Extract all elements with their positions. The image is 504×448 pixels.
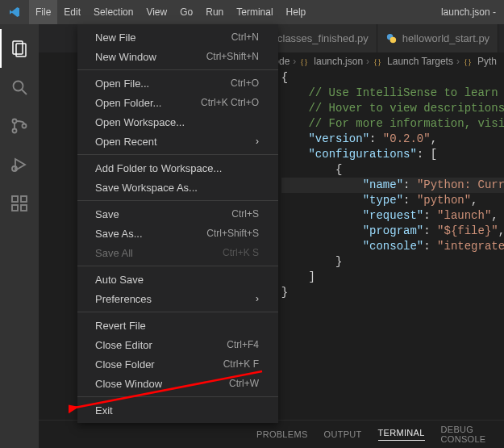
svg-rect-10 xyxy=(12,205,18,211)
menu-item-close-window[interactable]: Close WindowCtrl+W xyxy=(77,374,278,393)
menu-run[interactable]: Run xyxy=(199,0,230,24)
search-icon[interactable] xyxy=(0,68,39,107)
menu-item-open-folder[interactable]: Open Folder...Ctrl+K Ctrl+O xyxy=(77,93,278,112)
code-line[interactable]: { xyxy=(281,162,504,178)
menu-item-label: Revert File xyxy=(95,320,146,332)
breadcrumb-item[interactable]: {}Launch Targets xyxy=(373,56,453,67)
breadcrumb-item[interactable]: {}Pyth xyxy=(463,56,497,67)
menu-help[interactable]: Help xyxy=(280,0,313,24)
menu-item-label: Save All xyxy=(95,247,133,259)
panel-tab-problems[interactable]: PROBLEMS xyxy=(256,429,308,439)
editor-area: classes_finished.pyhelloworld_start.py .… xyxy=(39,24,504,448)
extensions-icon[interactable] xyxy=(0,184,39,223)
window-title: launch.json - xyxy=(312,6,504,18)
menu-separator xyxy=(77,312,278,312)
svg-point-5 xyxy=(13,129,17,133)
menu-terminal[interactable]: Terminal xyxy=(230,0,279,24)
chevron-right-icon: › xyxy=(256,136,259,147)
menu-separator xyxy=(77,266,278,266)
tab-label: helloworld_start.py xyxy=(402,32,489,44)
braces-icon: {} xyxy=(299,56,310,67)
menu-item-label: Open File... xyxy=(95,77,149,90)
run-debug-icon[interactable] xyxy=(0,145,39,184)
menu-shortcut: Ctrl+F4 xyxy=(227,339,259,350)
menu-item-label: Open Workspace... xyxy=(95,116,185,128)
menu-item-label: Close Folder xyxy=(95,358,155,371)
vscode-logo-icon xyxy=(0,0,29,24)
menu-item-open-recent[interactable]: Open Recent› xyxy=(77,132,278,151)
code-line[interactable]: } xyxy=(281,285,504,300)
svg-rect-9 xyxy=(12,196,18,202)
menu-go[interactable]: Go xyxy=(173,0,199,24)
menu-separator xyxy=(77,200,278,201)
menu-item-save[interactable]: SaveCtrl+S xyxy=(77,204,278,224)
explorer-icon[interactable] xyxy=(0,29,39,68)
code-line[interactable]: "type": "python", xyxy=(281,193,504,208)
svg-point-6 xyxy=(23,124,27,128)
code-line[interactable]: "program": "${file}", xyxy=(281,224,504,239)
breadcrumb-item[interactable]: {}launch.json xyxy=(299,56,363,67)
menu-selection[interactable]: Selection xyxy=(87,0,140,24)
svg-point-8 xyxy=(12,166,17,171)
menubar: FileEditSelectionViewGoRunTerminalHelp xyxy=(29,0,312,24)
menu-shortcut: Ctrl+K S xyxy=(223,247,259,258)
code-line[interactable]: "configurations": [ xyxy=(281,147,504,162)
code-line[interactable]: "console": "integrate xyxy=(281,239,504,254)
editor-tab[interactable]: helloworld_start.py xyxy=(377,24,498,52)
menu-item-new-window[interactable]: New WindowCtrl+Shift+N xyxy=(77,47,278,66)
svg-point-4 xyxy=(13,119,17,124)
menu-item-exit[interactable]: Exit xyxy=(77,400,278,420)
code-line[interactable]: // For more information, visi xyxy=(281,116,504,132)
menu-item-label: Add Folder to Workspace... xyxy=(95,162,222,174)
panel-tab-output[interactable]: OUTPUT xyxy=(324,429,362,439)
source-control-icon[interactable] xyxy=(0,107,39,145)
tab-label: classes_finished.py xyxy=(277,32,369,44)
menu-file[interactable]: File xyxy=(29,0,57,24)
chevron-right-icon: › xyxy=(293,56,296,67)
chevron-right-icon: › xyxy=(456,56,460,67)
menu-shortcut: Ctrl+O xyxy=(231,77,259,89)
menu-item-new-file[interactable]: New FileCtrl+N xyxy=(77,27,278,47)
menu-item-preferences[interactable]: Preferences› xyxy=(77,289,278,308)
code-line[interactable]: // Use IntelliSense to learn xyxy=(281,86,504,101)
breadcrumb-label: Launch Targets xyxy=(387,56,453,67)
code-line[interactable]: // Hover to view descriptions xyxy=(281,101,504,116)
svg-text:{}: {} xyxy=(373,57,381,66)
code-line[interactable]: { xyxy=(281,70,504,86)
svg-point-2 xyxy=(14,82,23,91)
menu-item-revert-file[interactable]: Revert File xyxy=(77,316,278,335)
menu-item-label: Open Recent xyxy=(95,136,157,148)
menu-item-label: Save As... xyxy=(95,228,143,240)
titlebar: FileEditSelectionViewGoRunTerminalHelp l… xyxy=(0,0,504,24)
menu-item-open-file[interactable]: Open File...Ctrl+O xyxy=(77,73,278,93)
code-line[interactable]: "request": "launch", xyxy=(281,208,504,224)
braces-icon: {} xyxy=(373,56,384,67)
menu-item-save-all: Save AllCtrl+K S xyxy=(77,243,278,262)
menu-item-close-folder[interactable]: Close FolderCtrl+K F xyxy=(77,354,278,374)
code-line[interactable]: "name": "Python: Curr xyxy=(281,178,504,193)
menu-item-close-editor[interactable]: Close EditorCtrl+F4 xyxy=(77,335,278,354)
menu-item-save-workspace-as[interactable]: Save Workspace As... xyxy=(77,178,278,197)
panel-tabs: PROBLEMSOUTPUTTERMINALDEBUG CONSOLE xyxy=(39,420,504,448)
menu-item-save-as[interactable]: Save As...Ctrl+Shift+S xyxy=(77,224,278,243)
menu-item-label: New Window xyxy=(95,51,156,63)
menu-view[interactable]: View xyxy=(140,0,173,24)
menu-item-label: Auto Save xyxy=(95,274,144,286)
code-line[interactable]: ] xyxy=(281,270,504,285)
svg-text:{}: {} xyxy=(464,57,472,66)
panel-tab-terminal[interactable]: TERMINAL xyxy=(378,428,425,441)
menu-item-open-workspace[interactable]: Open Workspace... xyxy=(77,112,278,132)
menu-item-auto-save[interactable]: Auto Save xyxy=(77,270,278,289)
menu-item-add-folder-to-workspace[interactable]: Add Folder to Workspace... xyxy=(77,158,278,178)
menu-item-label: Close Window xyxy=(95,378,162,390)
svg-text:{}: {} xyxy=(300,57,308,66)
menu-item-label: Exit xyxy=(95,404,113,417)
menu-separator xyxy=(77,69,278,70)
chevron-right-icon: › xyxy=(366,56,369,67)
panel-tab-debug-console[interactable]: DEBUG CONSOLE xyxy=(441,425,504,444)
menu-shortcut: Ctrl+N xyxy=(231,31,259,43)
menu-edit[interactable]: Edit xyxy=(57,0,87,24)
menu-shortcut: Ctrl+K Ctrl+O xyxy=(201,97,259,108)
code-line[interactable]: } xyxy=(281,254,504,270)
code-line[interactable]: "version": "0.2.0", xyxy=(281,132,504,147)
